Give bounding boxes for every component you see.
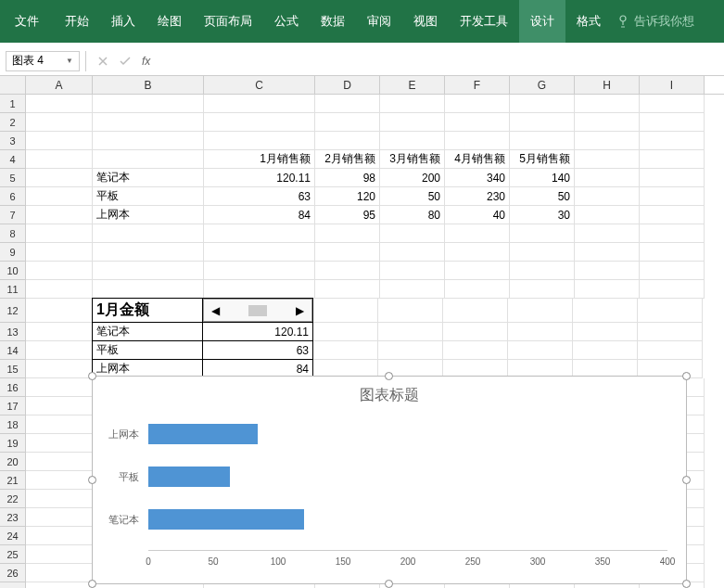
ribbon-tab-0[interactable]: 文件: [0, 0, 54, 43]
cell[interactable]: [640, 150, 705, 169]
cell[interactable]: [640, 280, 705, 299]
cell[interactable]: [26, 508, 93, 527]
cell[interactable]: 50: [510, 187, 575, 206]
cell[interactable]: [204, 262, 315, 280]
cell[interactable]: 120: [315, 187, 380, 206]
row-header[interactable]: 13: [0, 323, 26, 341]
row-header[interactable]: 22: [0, 490, 26, 508]
cell[interactable]: [204, 113, 315, 132]
row-header[interactable]: 15: [0, 360, 26, 378]
cell[interactable]: [508, 323, 573, 341]
cell[interactable]: [510, 262, 575, 280]
cell[interactable]: 63: [204, 187, 315, 206]
cell[interactable]: [315, 262, 380, 280]
cell[interactable]: [380, 224, 445, 243]
cell[interactable]: [313, 299, 378, 323]
chevron-right-icon[interactable]: ▶: [296, 304, 304, 317]
cell[interactable]: [640, 243, 705, 262]
cell[interactable]: [315, 95, 380, 113]
col-header[interactable]: D: [315, 76, 380, 94]
cell[interactable]: [204, 95, 315, 113]
cell[interactable]: [26, 453, 93, 471]
cell[interactable]: [93, 113, 204, 132]
cell[interactable]: [26, 490, 93, 508]
col-header[interactable]: I: [640, 76, 705, 94]
col-header[interactable]: E: [380, 76, 445, 94]
cell[interactable]: 340: [445, 169, 510, 187]
ribbon-tab-7[interactable]: 审阅: [356, 0, 402, 43]
col-header[interactable]: B: [93, 76, 204, 94]
cell[interactable]: [510, 132, 575, 150]
cell[interactable]: [26, 262, 93, 280]
cell[interactable]: 上网本: [93, 206, 204, 224]
tell-me[interactable]: 告诉我你想: [612, 0, 700, 43]
cell[interactable]: [640, 169, 705, 187]
cell[interactable]: [638, 323, 703, 341]
cell[interactable]: [26, 397, 93, 415]
spreadsheet-grid[interactable]: ABCDEFGHI 12341月销售额2月销售额3月销售额4月销售额5月销售额5…: [0, 76, 724, 588]
cell[interactable]: [508, 341, 573, 360]
cell[interactable]: [640, 95, 705, 113]
cell[interactable]: [93, 132, 204, 150]
resize-handle[interactable]: [385, 580, 393, 588]
cell[interactable]: [573, 341, 638, 360]
row-header[interactable]: 7: [0, 206, 26, 224]
cell[interactable]: [575, 187, 640, 206]
row-header[interactable]: 26: [0, 564, 26, 582]
row-header[interactable]: 6: [0, 187, 26, 206]
cell[interactable]: [445, 243, 510, 262]
row-header[interactable]: 1: [0, 95, 26, 113]
resize-handle[interactable]: [88, 580, 96, 588]
row-header[interactable]: 4: [0, 150, 26, 169]
cell[interactable]: 笔记本: [93, 169, 204, 187]
ribbon-tab-10[interactable]: 设计: [519, 0, 565, 43]
cell[interactable]: [313, 341, 378, 360]
row-header[interactable]: 8: [0, 224, 26, 243]
cell[interactable]: [26, 471, 93, 490]
col-header[interactable]: C: [204, 76, 315, 94]
cell[interactable]: [26, 341, 93, 360]
cell[interactable]: [575, 169, 640, 187]
ribbon-tab-8[interactable]: 视图: [402, 0, 449, 43]
ribbon-tab-3[interactable]: 绘图: [146, 0, 193, 43]
chevron-down-icon[interactable]: ▼: [66, 57, 73, 65]
cell[interactable]: [313, 323, 378, 341]
cell[interactable]: [26, 527, 93, 545]
cell[interactable]: 50: [380, 187, 445, 206]
cell[interactable]: 95: [315, 206, 380, 224]
row-header[interactable]: 18: [0, 415, 26, 434]
cell[interactable]: [380, 132, 445, 150]
cell[interactable]: [26, 113, 93, 132]
cancel-icon[interactable]: [92, 51, 114, 71]
row-header[interactable]: 12: [0, 299, 26, 323]
cell[interactable]: [510, 113, 575, 132]
ribbon-tab-4[interactable]: 页面布局: [193, 0, 263, 43]
cell[interactable]: [315, 224, 380, 243]
cell[interactable]: [575, 206, 640, 224]
cell[interactable]: 140: [510, 169, 575, 187]
cell[interactable]: [575, 132, 640, 150]
cell[interactable]: [26, 378, 93, 397]
cell[interactable]: [575, 113, 640, 132]
cell[interactable]: 笔记本: [92, 322, 203, 341]
cell[interactable]: [445, 262, 510, 280]
ribbon-tab-11[interactable]: 格式: [565, 0, 612, 43]
cell[interactable]: [26, 564, 93, 582]
cell[interactable]: [575, 280, 640, 299]
row-header[interactable]: 25: [0, 545, 26, 564]
row-header[interactable]: 2: [0, 113, 26, 132]
chevron-left-icon[interactable]: ◀: [211, 304, 220, 317]
cell[interactable]: [26, 206, 93, 224]
row-header[interactable]: 10: [0, 262, 26, 280]
cell[interactable]: [380, 262, 445, 280]
col-header[interactable]: F: [445, 76, 510, 94]
ribbon-tab-5[interactable]: 公式: [263, 0, 310, 43]
name-box[interactable]: 图表 4 ▼: [6, 51, 80, 71]
resize-handle[interactable]: [88, 476, 96, 484]
row-header[interactable]: 9: [0, 243, 26, 262]
cell[interactable]: 3月销售额: [380, 150, 445, 169]
chart-title[interactable]: 图表标题: [93, 377, 686, 411]
cell[interactable]: [315, 280, 380, 299]
cell[interactable]: [575, 150, 640, 169]
ribbon-tab-6[interactable]: 数据: [310, 0, 356, 43]
